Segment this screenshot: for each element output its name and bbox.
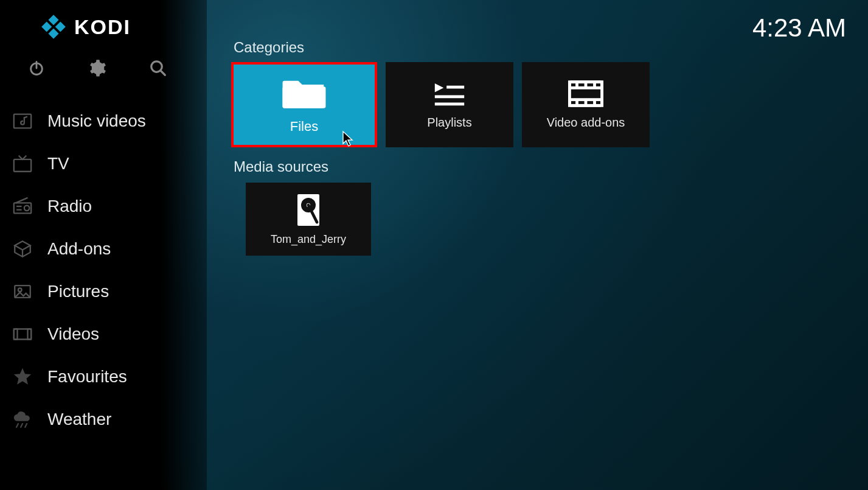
sidebar-item-label: Pictures xyxy=(47,282,109,301)
gear-icon xyxy=(88,59,106,77)
settings-button[interactable] xyxy=(86,57,108,79)
category-tile-playlists[interactable]: Playlists xyxy=(386,62,513,147)
svg-point-11 xyxy=(24,206,30,211)
addons-icon xyxy=(11,237,34,261)
app-logo: KODI xyxy=(0,0,207,39)
tv-icon xyxy=(11,152,34,175)
app-name: KODI xyxy=(74,15,131,39)
svg-line-22 xyxy=(16,424,18,427)
svg-point-16 xyxy=(18,288,22,292)
categories-row: Files Playlists xyxy=(231,62,844,147)
svg-line-7 xyxy=(161,71,165,75)
svg-rect-0 xyxy=(49,15,59,25)
sidebar-item-weather[interactable]: Weather xyxy=(0,398,207,441)
weather-icon xyxy=(11,408,34,431)
media-sources-title: Media sources xyxy=(234,158,844,175)
sidebar-item-favourites[interactable]: Favourites xyxy=(0,355,207,398)
tile-label: Tom_and_Jerry xyxy=(271,233,346,246)
sidebar: KODI xyxy=(0,0,207,490)
sidebar-item-radio[interactable]: Radio xyxy=(0,185,207,228)
sidebar-item-label: Music videos xyxy=(47,111,146,131)
media-source-tile[interactable]: Tom_and_Jerry xyxy=(246,183,371,256)
sidebar-item-tv[interactable]: TV xyxy=(0,142,207,185)
sidebar-item-label: Videos xyxy=(47,324,99,344)
svg-rect-18 xyxy=(14,329,18,340)
sidebar-nav: Music videos TV Radio xyxy=(0,100,207,441)
svg-rect-3 xyxy=(49,29,59,39)
sidebar-item-label: Radio xyxy=(47,197,92,216)
svg-line-23 xyxy=(21,424,23,427)
sidebar-item-pictures[interactable]: Pictures xyxy=(0,270,207,313)
search-button[interactable] xyxy=(147,57,169,79)
category-tile-files[interactable]: Files xyxy=(231,62,377,147)
radio-icon xyxy=(11,195,34,218)
sidebar-item-label: Favourites xyxy=(47,367,127,387)
sidebar-item-videos[interactable]: Videos xyxy=(0,313,207,355)
sidebar-item-label: Add-ons xyxy=(47,239,111,259)
sidebar-item-music-videos[interactable]: Music videos xyxy=(0,100,207,142)
main-content: 4:23 AM Categories Files xyxy=(207,0,868,490)
svg-rect-28 xyxy=(435,95,464,98)
film-icon xyxy=(568,80,603,107)
svg-rect-10 xyxy=(14,203,31,213)
svg-rect-29 xyxy=(435,102,464,105)
kodi-logo-icon xyxy=(41,15,66,39)
search-icon xyxy=(149,59,167,77)
category-tile-video-addons[interactable]: Video add-ons xyxy=(522,62,650,147)
svg-marker-26 xyxy=(435,83,444,93)
pictures-icon xyxy=(11,280,34,303)
power-button[interactable] xyxy=(26,57,47,79)
videos-icon xyxy=(11,323,34,346)
svg-line-14 xyxy=(16,198,28,203)
sidebar-item-addons[interactable]: Add-ons xyxy=(0,228,207,270)
sidebar-item-label: TV xyxy=(47,154,69,173)
svg-rect-2 xyxy=(41,22,52,32)
svg-line-24 xyxy=(25,424,27,427)
svg-rect-17 xyxy=(14,329,31,340)
playlist-icon xyxy=(432,80,467,107)
folder-icon xyxy=(280,75,328,110)
tile-label: Files xyxy=(290,119,318,135)
power-icon xyxy=(28,60,45,77)
svg-rect-9 xyxy=(14,159,31,172)
media-sources-section: Media sources Tom_and_Jerry xyxy=(231,158,844,256)
star-icon xyxy=(11,365,34,388)
svg-rect-25 xyxy=(283,86,326,108)
tile-label: Video add-ons xyxy=(547,116,625,130)
sidebar-item-label: Weather xyxy=(47,410,111,429)
svg-rect-27 xyxy=(446,85,464,88)
categories-section: Categories Files xyxy=(231,39,844,147)
clock: 4:23 AM xyxy=(752,13,846,43)
tile-label: Playlists xyxy=(427,116,471,130)
svg-rect-19 xyxy=(28,329,32,340)
sidebar-toolbar xyxy=(0,39,207,85)
music-video-icon xyxy=(11,110,34,133)
hdd-icon xyxy=(293,193,324,227)
svg-rect-1 xyxy=(55,22,66,32)
